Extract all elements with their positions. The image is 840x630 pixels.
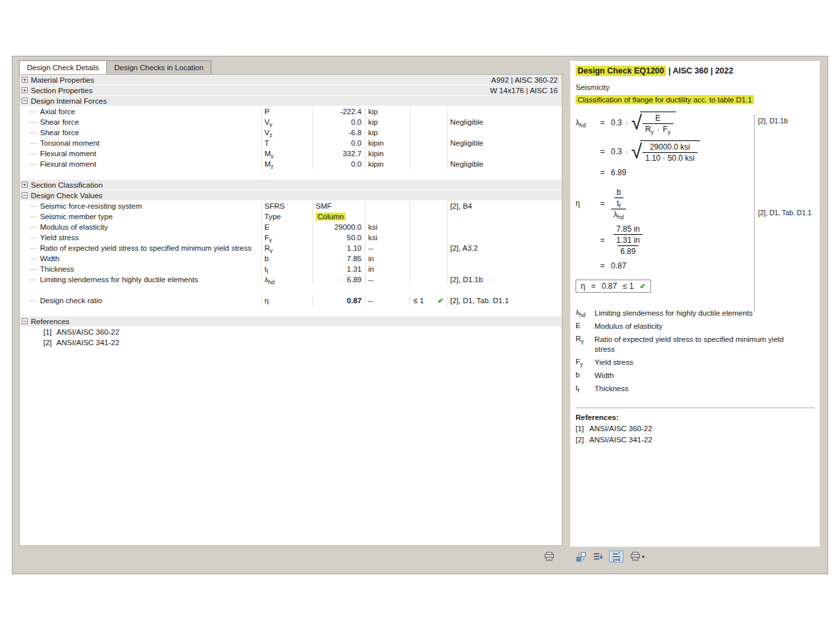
tree-connector-icon: [30, 154, 37, 154]
group-row: −Design Check Values: [20, 190, 562, 201]
row-symbol: E: [262, 222, 313, 232]
print-table-button[interactable]: [542, 551, 556, 562]
tree-connector-icon: [30, 280, 37, 280]
row-unit: kip: [366, 117, 410, 127]
row-unit: [366, 201, 410, 211]
references-title: References:: [576, 413, 814, 421]
row-value-cell: 7.85: [313, 253, 366, 264]
separator-line: [576, 408, 814, 408]
printer-icon: [630, 552, 640, 561]
row-symbol: Mz: [262, 159, 313, 169]
legend-row: EModulus of elasticity: [576, 322, 814, 331]
result-list-button[interactable]: [591, 551, 606, 562]
row-symbol: b: [262, 253, 313, 264]
row-unit: --: [366, 295, 410, 306]
tree-connector-icon: [30, 143, 37, 144]
row-comment: [448, 222, 562, 232]
expand-icon[interactable]: +: [22, 77, 28, 83]
spacer-row: [20, 306, 562, 316]
row-label-cell: Limiting slenderness for highly ductile …: [20, 274, 262, 285]
row-comparison: [410, 222, 448, 232]
row-label: Flexural moment: [40, 159, 96, 169]
reference-row: [1]ANSI/AISC 360-22: [576, 425, 814, 432]
table-row: Shear forceVz-6.8kip: [20, 127, 562, 138]
row-label: Modulus of elasticity: [40, 222, 108, 232]
legend-text: Yield stress: [595, 358, 799, 368]
group-label: Material Properties: [31, 75, 94, 85]
legend-row: FyYield stress: [576, 358, 814, 368]
row-comparison: [410, 138, 448, 148]
tab-design-checks-in-location[interactable]: Design Checks in Location: [107, 60, 211, 74]
collapse-icon[interactable]: −: [22, 318, 28, 324]
row-symbol: Fy: [262, 232, 313, 243]
reference-row: [2]ANSI/AISC 341-22: [20, 337, 562, 348]
row-unit: in: [366, 264, 410, 274]
tab-design-check-details[interactable]: Design Check Details: [19, 60, 107, 75]
row-comment: Negligible: [448, 159, 562, 169]
tree-connector-icon: [30, 206, 37, 207]
table-row: Flexural momentMy332.7kipin: [20, 148, 562, 159]
row-comment: Negligible: [448, 117, 562, 127]
row-value-cell: 1.10: [313, 243, 366, 253]
legend-text: Limiting slenderness for highly ductile …: [595, 308, 799, 318]
detail-toolbar: x=? y=4 ▾: [574, 551, 648, 562]
row-label-cell: Flexural moment: [20, 148, 262, 159]
collapse-icon[interactable]: −: [22, 192, 28, 198]
row-unit: ksi: [366, 232, 410, 243]
row-value-cell: Column: [313, 211, 366, 222]
show-formulas-icon: x=? y=4: [612, 552, 620, 562]
reference-label: ANSI/AISC 360-22: [589, 425, 652, 432]
row-comparison: [410, 106, 448, 117]
group-right-text: W 14x176 | AISC 16: [490, 85, 562, 96]
row-value: 0.0: [351, 160, 362, 168]
design-check-table: +Material PropertiesA992 | AISC 360-22+S…: [19, 74, 562, 546]
row-symbol: λhd: [262, 274, 313, 285]
row-comment: [2], D1, Tab. D1.1: [448, 295, 562, 306]
row-label: Flexural moment: [40, 148, 96, 159]
collapse-icon[interactable]: −: [22, 98, 28, 104]
row-label: Torsional moment: [40, 138, 100, 148]
row-value: -222.4: [340, 108, 362, 116]
legend-row: tfThickness: [576, 384, 814, 394]
row-label-cell: Width: [20, 253, 262, 264]
row-comment: [2], A3.2: [448, 243, 562, 253]
row-label-cell: Shear force: [20, 117, 262, 127]
detail-title-standard: | AISC 360 | 2022: [669, 66, 734, 75]
design-check-id: Design Check EQ1200: [576, 66, 666, 76]
group-label: Section Properties: [31, 85, 93, 96]
row-value: 7.85: [347, 255, 362, 262]
legend-symbol: λhd: [576, 308, 595, 318]
table-row: Flexural momentMz0.0kipinNegligible: [20, 159, 562, 169]
reference-number: [1]: [576, 425, 589, 432]
row-comment: [2], B4: [448, 201, 562, 211]
reference-label: ANSI/AISC 360-22: [56, 328, 119, 336]
group-row: −Design Internal Forces: [20, 96, 562, 106]
tree-connector-icon: [30, 217, 37, 217]
row-label-cell: Ratio of expected yield stress to specif…: [20, 243, 262, 253]
legend-symbol: Fy: [576, 358, 595, 368]
row-label: Seismic member type: [40, 211, 113, 222]
row-label: Limiting slenderness for highly ductile …: [40, 274, 198, 285]
row-comment: [448, 148, 562, 159]
row-unit: kipin: [366, 159, 410, 169]
comparison-text: ≤ 1: [413, 295, 424, 306]
legend-symbol: Ry: [576, 335, 595, 354]
substitute-values-button[interactable]: [574, 551, 588, 562]
print-detail-button[interactable]: ▾: [627, 551, 648, 562]
row-unit: ksi: [366, 222, 410, 232]
expand-icon[interactable]: +: [22, 182, 28, 188]
legend-row: λhdLimiting slenderness for highly ducti…: [576, 308, 814, 318]
row-symbol: η: [262, 295, 313, 306]
expand-icon[interactable]: +: [22, 87, 28, 93]
table-row: Widthb7.85in: [20, 253, 562, 264]
row-symbol: My: [262, 148, 313, 159]
show-formulas-button[interactable]: x=? y=4: [609, 551, 623, 562]
row-value: -6.8: [348, 129, 362, 136]
group-label: Section Classification: [31, 180, 102, 190]
row-symbol: Type: [262, 211, 313, 222]
dropdown-caret-icon: ▾: [642, 554, 644, 560]
row-comparison: [410, 127, 448, 138]
row-value: 0.0: [351, 118, 362, 126]
tab-bar: Design Check Details Design Checks in Lo…: [19, 60, 211, 75]
formula-line-3: = 6.89: [576, 168, 814, 177]
